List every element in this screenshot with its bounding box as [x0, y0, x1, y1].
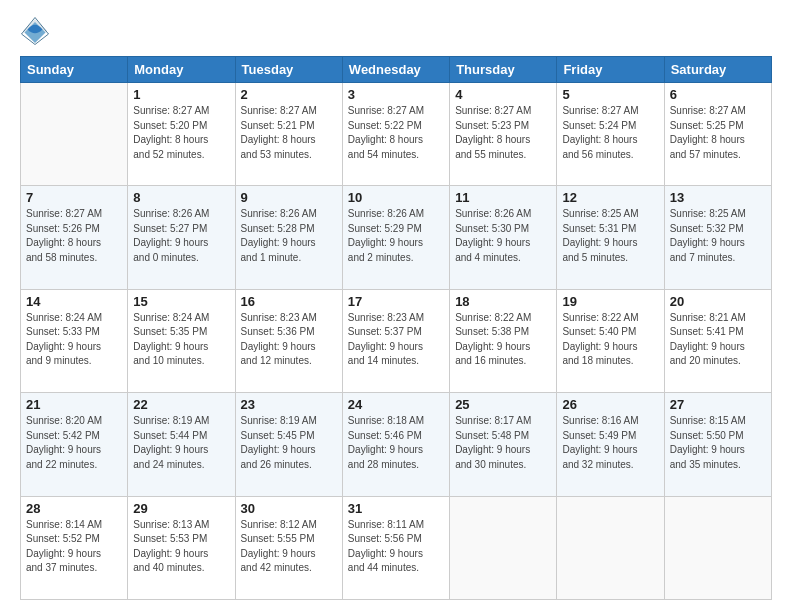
day-info: Sunrise: 8:16 AMSunset: 5:49 PMDaylight:… — [562, 414, 658, 472]
calendar-cell: 3Sunrise: 8:27 AMSunset: 5:22 PMDaylight… — [342, 83, 449, 186]
day-number: 15 — [133, 294, 229, 309]
day-info: Sunrise: 8:20 AMSunset: 5:42 PMDaylight:… — [26, 414, 122, 472]
day-number: 6 — [670, 87, 766, 102]
calendar-cell: 4Sunrise: 8:27 AMSunset: 5:23 PMDaylight… — [450, 83, 557, 186]
day-info: Sunrise: 8:27 AMSunset: 5:24 PMDaylight:… — [562, 104, 658, 162]
day-number: 24 — [348, 397, 444, 412]
day-number: 17 — [348, 294, 444, 309]
calendar-cell: 6Sunrise: 8:27 AMSunset: 5:25 PMDaylight… — [664, 83, 771, 186]
calendar-cell: 13Sunrise: 8:25 AMSunset: 5:32 PMDayligh… — [664, 186, 771, 289]
day-info: Sunrise: 8:17 AMSunset: 5:48 PMDaylight:… — [455, 414, 551, 472]
day-info: Sunrise: 8:27 AMSunset: 5:22 PMDaylight:… — [348, 104, 444, 162]
calendar-cell: 29Sunrise: 8:13 AMSunset: 5:53 PMDayligh… — [128, 496, 235, 599]
day-number: 19 — [562, 294, 658, 309]
day-info: Sunrise: 8:12 AMSunset: 5:55 PMDaylight:… — [241, 518, 337, 576]
calendar-cell: 10Sunrise: 8:26 AMSunset: 5:29 PMDayligh… — [342, 186, 449, 289]
calendar-cell: 28Sunrise: 8:14 AMSunset: 5:52 PMDayligh… — [21, 496, 128, 599]
calendar-cell: 19Sunrise: 8:22 AMSunset: 5:40 PMDayligh… — [557, 289, 664, 392]
day-number: 23 — [241, 397, 337, 412]
calendar-cell: 15Sunrise: 8:24 AMSunset: 5:35 PMDayligh… — [128, 289, 235, 392]
day-info: Sunrise: 8:27 AMSunset: 5:20 PMDaylight:… — [133, 104, 229, 162]
day-info: Sunrise: 8:19 AMSunset: 5:45 PMDaylight:… — [241, 414, 337, 472]
day-of-week-sunday: Sunday — [21, 57, 128, 83]
day-info: Sunrise: 8:11 AMSunset: 5:56 PMDaylight:… — [348, 518, 444, 576]
calendar-cell: 21Sunrise: 8:20 AMSunset: 5:42 PMDayligh… — [21, 393, 128, 496]
day-number: 16 — [241, 294, 337, 309]
day-info: Sunrise: 8:26 AMSunset: 5:29 PMDaylight:… — [348, 207, 444, 265]
day-of-week-saturday: Saturday — [664, 57, 771, 83]
day-info: Sunrise: 8:25 AMSunset: 5:32 PMDaylight:… — [670, 207, 766, 265]
calendar-cell: 17Sunrise: 8:23 AMSunset: 5:37 PMDayligh… — [342, 289, 449, 392]
calendar-cell: 11Sunrise: 8:26 AMSunset: 5:30 PMDayligh… — [450, 186, 557, 289]
day-of-week-monday: Monday — [128, 57, 235, 83]
calendar-cell: 27Sunrise: 8:15 AMSunset: 5:50 PMDayligh… — [664, 393, 771, 496]
day-info: Sunrise: 8:24 AMSunset: 5:33 PMDaylight:… — [26, 311, 122, 369]
calendar-cell: 9Sunrise: 8:26 AMSunset: 5:28 PMDaylight… — [235, 186, 342, 289]
day-number: 7 — [26, 190, 122, 205]
day-number: 12 — [562, 190, 658, 205]
calendar-cell: 16Sunrise: 8:23 AMSunset: 5:36 PMDayligh… — [235, 289, 342, 392]
day-info: Sunrise: 8:21 AMSunset: 5:41 PMDaylight:… — [670, 311, 766, 369]
calendar-cell: 1Sunrise: 8:27 AMSunset: 5:20 PMDaylight… — [128, 83, 235, 186]
calendar-cell: 18Sunrise: 8:22 AMSunset: 5:38 PMDayligh… — [450, 289, 557, 392]
calendar-cell — [557, 496, 664, 599]
day-info: Sunrise: 8:27 AMSunset: 5:21 PMDaylight:… — [241, 104, 337, 162]
day-info: Sunrise: 8:27 AMSunset: 5:25 PMDaylight:… — [670, 104, 766, 162]
day-number: 21 — [26, 397, 122, 412]
day-number: 28 — [26, 501, 122, 516]
day-number: 29 — [133, 501, 229, 516]
day-number: 1 — [133, 87, 229, 102]
day-info: Sunrise: 8:27 AMSunset: 5:26 PMDaylight:… — [26, 207, 122, 265]
day-number: 10 — [348, 190, 444, 205]
day-number: 22 — [133, 397, 229, 412]
logo-icon — [20, 16, 50, 46]
day-info: Sunrise: 8:15 AMSunset: 5:50 PMDaylight:… — [670, 414, 766, 472]
day-number: 18 — [455, 294, 551, 309]
day-of-week-friday: Friday — [557, 57, 664, 83]
day-number: 27 — [670, 397, 766, 412]
calendar-cell — [21, 83, 128, 186]
day-number: 25 — [455, 397, 551, 412]
calendar-cell — [664, 496, 771, 599]
day-number: 20 — [670, 294, 766, 309]
header — [20, 16, 772, 46]
logo — [20, 16, 54, 46]
day-number: 13 — [670, 190, 766, 205]
day-info: Sunrise: 8:26 AMSunset: 5:28 PMDaylight:… — [241, 207, 337, 265]
day-info: Sunrise: 8:24 AMSunset: 5:35 PMDaylight:… — [133, 311, 229, 369]
calendar-cell: 8Sunrise: 8:26 AMSunset: 5:27 PMDaylight… — [128, 186, 235, 289]
page: SundayMondayTuesdayWednesdayThursdayFrid… — [0, 0, 792, 612]
calendar-cell: 20Sunrise: 8:21 AMSunset: 5:41 PMDayligh… — [664, 289, 771, 392]
week-row-2: 7Sunrise: 8:27 AMSunset: 5:26 PMDaylight… — [21, 186, 772, 289]
week-row-3: 14Sunrise: 8:24 AMSunset: 5:33 PMDayligh… — [21, 289, 772, 392]
day-info: Sunrise: 8:14 AMSunset: 5:52 PMDaylight:… — [26, 518, 122, 576]
calendar-cell: 31Sunrise: 8:11 AMSunset: 5:56 PMDayligh… — [342, 496, 449, 599]
calendar-cell: 26Sunrise: 8:16 AMSunset: 5:49 PMDayligh… — [557, 393, 664, 496]
calendar-cell: 7Sunrise: 8:27 AMSunset: 5:26 PMDaylight… — [21, 186, 128, 289]
calendar-cell: 2Sunrise: 8:27 AMSunset: 5:21 PMDaylight… — [235, 83, 342, 186]
week-row-5: 28Sunrise: 8:14 AMSunset: 5:52 PMDayligh… — [21, 496, 772, 599]
day-number: 9 — [241, 190, 337, 205]
day-info: Sunrise: 8:23 AMSunset: 5:36 PMDaylight:… — [241, 311, 337, 369]
day-info: Sunrise: 8:22 AMSunset: 5:40 PMDaylight:… — [562, 311, 658, 369]
day-number: 30 — [241, 501, 337, 516]
week-row-4: 21Sunrise: 8:20 AMSunset: 5:42 PMDayligh… — [21, 393, 772, 496]
calendar-table: SundayMondayTuesdayWednesdayThursdayFrid… — [20, 56, 772, 600]
calendar-cell: 25Sunrise: 8:17 AMSunset: 5:48 PMDayligh… — [450, 393, 557, 496]
day-number: 8 — [133, 190, 229, 205]
calendar-cell: 24Sunrise: 8:18 AMSunset: 5:46 PMDayligh… — [342, 393, 449, 496]
day-number: 14 — [26, 294, 122, 309]
day-number: 4 — [455, 87, 551, 102]
day-number: 26 — [562, 397, 658, 412]
day-info: Sunrise: 8:23 AMSunset: 5:37 PMDaylight:… — [348, 311, 444, 369]
day-of-week-tuesday: Tuesday — [235, 57, 342, 83]
day-number: 3 — [348, 87, 444, 102]
calendar-cell: 30Sunrise: 8:12 AMSunset: 5:55 PMDayligh… — [235, 496, 342, 599]
week-row-1: 1Sunrise: 8:27 AMSunset: 5:20 PMDaylight… — [21, 83, 772, 186]
calendar-cell: 5Sunrise: 8:27 AMSunset: 5:24 PMDaylight… — [557, 83, 664, 186]
day-info: Sunrise: 8:27 AMSunset: 5:23 PMDaylight:… — [455, 104, 551, 162]
day-info: Sunrise: 8:13 AMSunset: 5:53 PMDaylight:… — [133, 518, 229, 576]
day-of-week-wednesday: Wednesday — [342, 57, 449, 83]
day-number: 11 — [455, 190, 551, 205]
day-info: Sunrise: 8:26 AMSunset: 5:30 PMDaylight:… — [455, 207, 551, 265]
